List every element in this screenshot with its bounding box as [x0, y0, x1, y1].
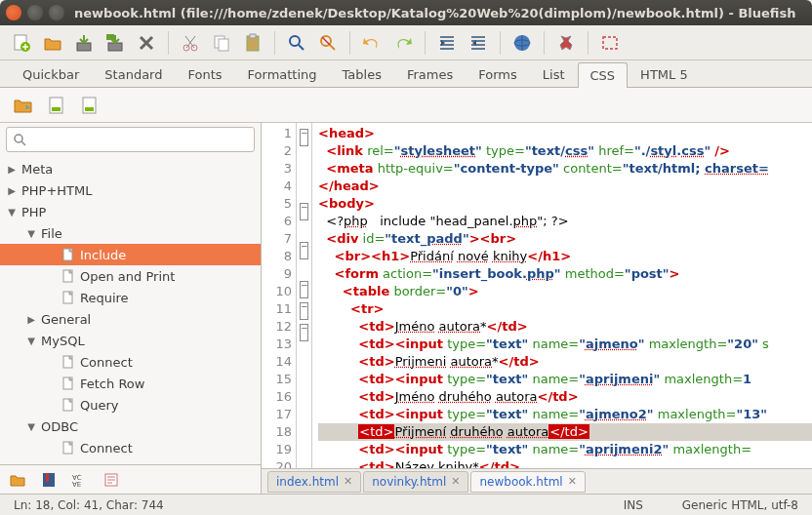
bookmarks-panel-icon[interactable] — [37, 468, 61, 492]
tree-item-odbc[interactable]: ▼ODBC — [0, 416, 261, 437]
tab-formatting[interactable]: Formatting — [235, 61, 330, 87]
open-file-icon[interactable] — [41, 31, 64, 55]
svg-point-20 — [15, 135, 22, 142]
document-icon — [61, 290, 76, 305]
feature-tabs: QuickbarStandardFontsFormattingTablesFra… — [0, 60, 812, 88]
snippets-panel-icon[interactable] — [100, 468, 123, 492]
css-doc-icon[interactable] — [78, 94, 102, 117]
sidebar-search-input[interactable] — [31, 133, 248, 147]
close-file-icon[interactable] — [135, 31, 158, 55]
indent-icon[interactable] — [467, 31, 490, 55]
tree-arrow-icon: ▼ — [6, 207, 18, 218]
css-new-icon[interactable] — [45, 94, 68, 117]
close-tab-icon[interactable]: ✕ — [568, 475, 577, 488]
search-icon[interactable] — [285, 31, 308, 55]
tab-forms[interactable]: Forms — [466, 61, 530, 87]
tab-css[interactable]: CSS — [578, 62, 629, 88]
tree-arrow-icon: ▶ — [25, 314, 37, 325]
window-close-button[interactable] — [6, 5, 21, 20]
fold-gutter[interactable]: −−−−−− — [297, 123, 312, 468]
document-icon — [61, 440, 76, 456]
save-as-icon[interactable] — [103, 31, 127, 55]
tab-frames[interactable]: Frames — [394, 61, 466, 87]
tab-list[interactable]: List — [530, 61, 578, 87]
tree-arrow-icon: ▶ — [6, 164, 18, 175]
tree-arrow-icon: ▼ — [25, 421, 37, 432]
tab-quickbar[interactable]: Quickbar — [10, 61, 92, 87]
svg-rect-17 — [52, 107, 61, 111]
tree-label: Query — [80, 398, 119, 413]
window-maximize-button[interactable] — [49, 5, 64, 20]
document-icon — [61, 354, 76, 370]
tab-fonts[interactable]: Fonts — [175, 61, 234, 87]
svg-rect-29 — [46, 473, 49, 482]
tree-arrow-icon: ▼ — [25, 228, 37, 239]
doc-tab-novinky-html[interactable]: novinky.html✕ — [363, 471, 468, 493]
tree-item-connect[interactable]: Connect — [0, 351, 261, 373]
tree-arrow-icon: ▼ — [25, 336, 37, 346]
tree-item-file[interactable]: ▼File — [0, 222, 261, 244]
unindent-icon[interactable] — [435, 31, 459, 55]
fullscreen-icon[interactable] — [598, 31, 622, 55]
tree-label: Connect — [80, 355, 133, 370]
tab-tables[interactable]: Tables — [330, 61, 394, 87]
undo-icon[interactable] — [360, 31, 384, 55]
css-toolbar — [0, 88, 812, 123]
toolbar-separator — [544, 31, 545, 55]
close-tab-icon[interactable]: ✕ — [344, 475, 352, 488]
doc-tab-newbook-html[interactable]: newbook.html✕ — [470, 471, 585, 493]
tab-standard[interactable]: Standard — [92, 61, 175, 87]
tree-item-php[interactable]: ▼PHP — [0, 201, 261, 222]
sidebar-search[interactable] — [6, 127, 255, 152]
status-insert-mode[interactable]: INS — [624, 498, 643, 512]
status-position: Ln: 18, Col: 41, Char: 744 — [14, 498, 164, 512]
close-tab-icon[interactable]: ✕ — [451, 475, 460, 488]
tree-item-phphtml[interactable]: ▶PHP+HTML — [0, 179, 261, 201]
charmap-panel-icon[interactable]: ∀C∀E — [68, 468, 92, 492]
new-file-icon[interactable] — [10, 31, 33, 55]
tree-label: General — [41, 312, 91, 327]
code-editor[interactable]: 1234567891011121314151617181920 −−−−−− <… — [262, 123, 812, 468]
svg-text:∀E: ∀E — [72, 481, 81, 489]
window-title: newbook.html (file:///home/zdenek/Deskto… — [74, 6, 795, 20]
tree-item-openandprint[interactable]: Open and Print — [0, 265, 261, 287]
toolbar-separator — [425, 31, 426, 55]
doc-tab-label: newbook.html — [479, 475, 562, 489]
source-content[interactable]: <head> <link rel="stylesheet" type="text… — [312, 123, 812, 468]
tree-item-general[interactable]: ▶General — [0, 308, 261, 330]
status-bar: Ln: 18, Col: 41, Char: 744 INS Generic H… — [0, 494, 812, 515]
tree-item-require[interactable]: Require — [0, 287, 261, 308]
tree-item-meta[interactable]: ▶Meta — [0, 158, 261, 179]
status-file-mode[interactable]: Generic HTML, utf-8 — [682, 498, 798, 512]
tree-item-mysql[interactable]: ▼MySQL — [0, 330, 261, 351]
line-gutter: 1234567891011121314151617181920 — [262, 123, 297, 468]
redo-icon[interactable] — [391, 31, 415, 55]
main-toolbar — [0, 25, 812, 60]
svg-rect-10 — [250, 34, 256, 38]
tree-item-connect[interactable]: Connect — [0, 437, 261, 458]
editor-area: 1234567891011121314151617181920 −−−−−− <… — [262, 123, 812, 494]
document-tabs: index.html✕novinky.html✕newbook.html✕ — [262, 468, 812, 494]
browser-preview-icon[interactable] — [510, 31, 534, 55]
cut-icon[interactable] — [179, 31, 202, 55]
toolbar-separator — [349, 31, 350, 55]
tab-html5[interactable]: HTML 5 — [628, 61, 701, 87]
tree-arrow-icon: ▶ — [6, 185, 18, 196]
copy-icon[interactable] — [210, 31, 233, 55]
toolbar-separator — [168, 31, 169, 55]
doc-tab-label: index.html — [276, 475, 339, 489]
toolbar-separator — [500, 31, 501, 55]
window-minimize-button[interactable] — [27, 5, 43, 20]
save-icon[interactable] — [72, 31, 96, 55]
doc-tab-index-html[interactable]: index.html✕ — [267, 471, 361, 493]
toolbar-separator — [588, 31, 589, 55]
tree-item-fetchrow[interactable]: Fetch Row — [0, 373, 261, 394]
find-replace-icon[interactable] — [316, 31, 340, 55]
tree-label: Fetch Row — [80, 376, 144, 391]
tree-item-include[interactable]: Include — [0, 244, 261, 265]
css-folder-icon[interactable] — [12, 94, 35, 117]
tree-item-query[interactable]: Query — [0, 394, 261, 416]
files-panel-icon[interactable] — [6, 468, 29, 492]
paste-icon[interactable] — [241, 31, 264, 55]
preferences-icon[interactable] — [554, 31, 578, 55]
